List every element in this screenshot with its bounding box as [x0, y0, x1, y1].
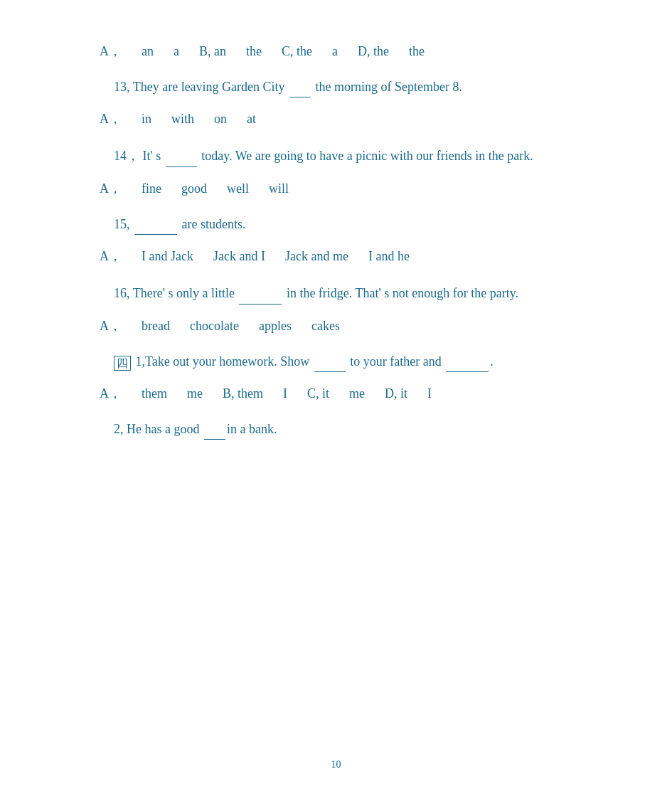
- q13-text2: the morning of September 8.: [312, 80, 462, 94]
- q15-label: 15,: [114, 217, 133, 231]
- section4-period: .: [490, 354, 494, 369]
- q14-opt-will: will: [269, 181, 289, 196]
- q16-opt-a: A，: [100, 317, 122, 334]
- q13-opt-at: at: [247, 112, 256, 127]
- q12-options-row: A， an a B, an the C, the a D, the the: [71, 43, 615, 60]
- q16-opt-cakes: cakes: [311, 319, 340, 334]
- s4q1-opt-me2: me: [349, 386, 365, 401]
- s4q1-opt-a: A，: [100, 385, 122, 402]
- s4q1-opt-d: D, it: [385, 386, 407, 401]
- section-four-q2: 2, He has a good in a bank.: [71, 419, 615, 440]
- q14-text: 14， It' s today. We are going to have a …: [71, 144, 615, 167]
- q14-opt-good: good: [181, 181, 207, 196]
- s4q1-opt-them: them: [142, 386, 167, 401]
- s4q1-opt-I: I: [283, 386, 287, 401]
- question-15: 15, are students.: [71, 214, 615, 235]
- q13-options-row: A， in with on at: [71, 110, 615, 127]
- section4-q2-text: 2, He has a good in a bank.: [71, 419, 615, 440]
- s4q2-blank: [204, 439, 225, 440]
- section-four-q1: 四 1,Take out your homework. Show to your…: [71, 351, 615, 372]
- q15-opt-iand: I and Jack: [142, 249, 193, 264]
- q14-label: 14， It' s: [114, 149, 164, 163]
- option-a-a: a: [174, 44, 179, 59]
- q16-label: 16, There' s only a little: [114, 286, 238, 300]
- s4q2-text: 2, He has a good: [114, 422, 203, 436]
- q13-opt-in: in: [142, 112, 151, 127]
- section4-blank2: [446, 371, 489, 372]
- q15-blank: [134, 234, 177, 235]
- q14-text2: today. We are going to have a picnic wit…: [198, 149, 533, 163]
- question-14: 14， It' s today. We are going to have a …: [71, 144, 615, 167]
- option-d-label: D, the: [358, 44, 389, 59]
- q16-options-row: A， bread chocolate apples cakes: [71, 317, 615, 334]
- section4-text: 四 1,Take out your homework. Show to your…: [71, 351, 615, 372]
- q16-opt-chocolate: chocolate: [190, 319, 239, 334]
- q16-blank: [239, 304, 282, 305]
- page: A， an a B, an the C, the a D, the the 13…: [0, 0, 672, 799]
- section4-text2: to your father and: [347, 354, 444, 369]
- q13-opt-on: on: [214, 112, 227, 127]
- q13-label: 13, They are leaving Garden City: [114, 80, 288, 94]
- s4q1-opt-me: me: [187, 386, 203, 401]
- q14-opt-well: well: [227, 181, 249, 196]
- q15-text2: are students.: [178, 217, 245, 231]
- s4q1-opt-c: C, it: [307, 386, 329, 401]
- q14-options-row: A， fine good well will: [71, 180, 615, 197]
- q15-opt-iandhe: I and he: [368, 249, 410, 264]
- q15-opt-jackandi: Jack and I: [213, 249, 265, 264]
- q16-opt-apples: apples: [259, 319, 292, 334]
- section4-q1-options-row: A， them me B, them I C, it me D, it I: [71, 385, 615, 402]
- q13-text: 13, They are leaving Garden City the mor…: [71, 77, 615, 97]
- question-16: 16, There' s only a little in the fridge…: [71, 282, 615, 305]
- section4-blank1: [314, 371, 346, 372]
- question-13: 13, They are leaving Garden City the mor…: [71, 77, 615, 97]
- s4q1-opt-b: B, them: [223, 386, 263, 401]
- q15-opt-a: A，: [100, 248, 122, 265]
- page-number: 10: [331, 759, 341, 771]
- q15-options-row: A， I and Jack Jack and I Jack and me I a…: [71, 248, 615, 265]
- option-c-a: a: [332, 44, 338, 59]
- option-a-an: an: [142, 44, 154, 59]
- option-d-the: the: [409, 44, 425, 59]
- q14-blank: [166, 166, 197, 167]
- section-four-char: 四: [114, 356, 131, 371]
- option-c-label: C, the: [282, 44, 312, 59]
- option-b-label: B, an: [199, 44, 226, 59]
- s4q1-opt-I2: I: [427, 386, 432, 401]
- section4-q1-text: 1,Take out your homework. Show: [136, 354, 313, 369]
- option-a-label: A，: [100, 43, 122, 60]
- q13-blank: [289, 97, 311, 97]
- q16-text2: in the fridge. That' s not enough for th…: [283, 286, 518, 300]
- q14-opt-a: A，: [100, 180, 122, 197]
- q15-opt-jackandme: Jack and me: [285, 249, 348, 264]
- s4q2-text2: in a bank.: [227, 422, 277, 436]
- q15-text: 15, are students.: [71, 214, 615, 235]
- q13-opt-with: with: [171, 112, 194, 127]
- q16-text: 16, There' s only a little in the fridge…: [71, 282, 615, 305]
- q16-opt-bread: bread: [142, 319, 170, 334]
- option-b-the: the: [246, 44, 262, 59]
- q14-opt-fine: fine: [142, 181, 161, 196]
- q13-opt-a: A，: [100, 110, 122, 127]
